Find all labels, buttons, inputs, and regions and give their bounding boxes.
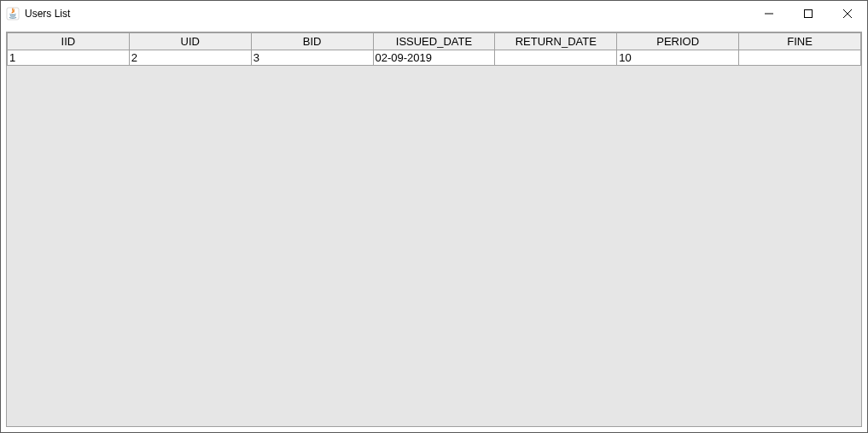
window-frame: Users List bbox=[0, 0, 868, 433]
close-icon bbox=[843, 9, 852, 18]
window-controls bbox=[749, 1, 867, 26]
window-title: Users List bbox=[25, 8, 70, 20]
minimize-button[interactable] bbox=[749, 1, 789, 26]
cell-bid[interactable]: 3 bbox=[251, 50, 373, 66]
column-header-issued-date[interactable]: ISSUED_DATE bbox=[373, 33, 495, 50]
cell-iid[interactable]: 1 bbox=[8, 50, 130, 66]
svg-rect-2 bbox=[805, 10, 813, 18]
column-header-bid[interactable]: BID bbox=[251, 33, 373, 50]
table-scrollpane[interactable]: IID UID BID ISSUED_DATE RETURN_DATE PERI… bbox=[6, 32, 862, 427]
minimize-icon bbox=[765, 9, 773, 18]
cell-period[interactable]: 10 bbox=[617, 50, 739, 66]
table-header-row: IID UID BID ISSUED_DATE RETURN_DATE PERI… bbox=[8, 33, 861, 50]
table-row[interactable]: 1 2 3 02-09-2019 10 bbox=[8, 50, 861, 66]
cell-uid[interactable]: 2 bbox=[129, 50, 251, 66]
close-button[interactable] bbox=[828, 1, 867, 26]
data-table[interactable]: IID UID BID ISSUED_DATE RETURN_DATE PERI… bbox=[7, 32, 861, 66]
column-header-period[interactable]: PERIOD bbox=[617, 33, 739, 50]
content-pane: IID UID BID ISSUED_DATE RETURN_DATE PERI… bbox=[1, 26, 867, 432]
maximize-button[interactable] bbox=[789, 1, 828, 26]
titlebar[interactable]: Users List bbox=[1, 1, 867, 26]
cell-return-date[interactable] bbox=[495, 50, 617, 66]
column-header-return-date[interactable]: RETURN_DATE bbox=[495, 33, 617, 50]
cell-fine[interactable] bbox=[739, 50, 861, 66]
java-icon bbox=[6, 7, 20, 20]
column-header-fine[interactable]: FINE bbox=[739, 33, 861, 50]
maximize-icon bbox=[804, 9, 813, 18]
column-header-uid[interactable]: UID bbox=[129, 33, 251, 50]
cell-issued-date[interactable]: 02-09-2019 bbox=[373, 50, 495, 66]
column-header-iid[interactable]: IID bbox=[8, 33, 130, 50]
titlebar-left: Users List bbox=[1, 7, 749, 20]
